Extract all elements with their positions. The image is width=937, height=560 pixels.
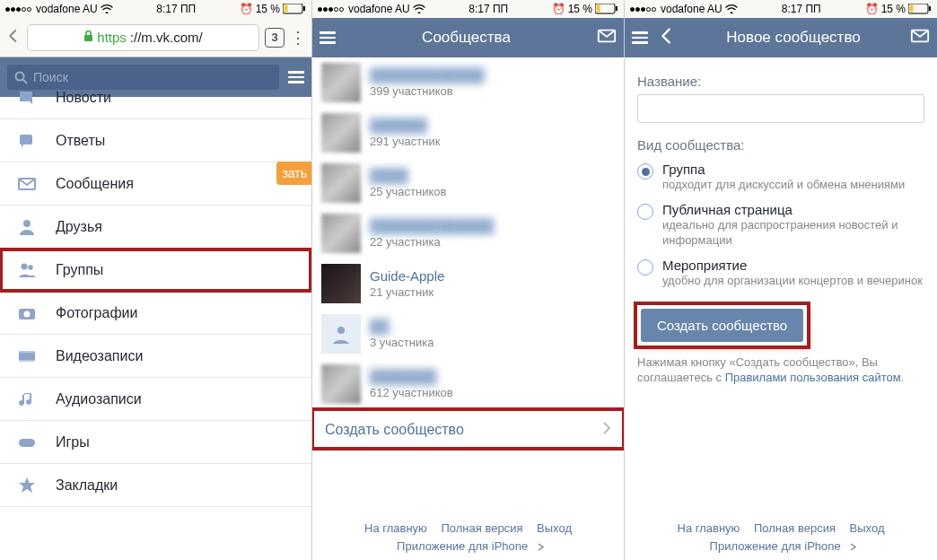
option-title: Мероприятие: [662, 258, 923, 273]
footer-full-link[interactable]: Полная версия: [754, 521, 836, 535]
battery-label: 15 %: [568, 3, 592, 15]
svg-rect-16: [19, 439, 35, 447]
signal-strength-icon: [5, 7, 31, 12]
menu-item-replies[interactable]: Ответы: [0, 119, 311, 162]
wifi-icon: [413, 3, 425, 16]
photos-icon: [16, 303, 38, 323]
svg-rect-19: [616, 6, 617, 11]
page-title: Сообщества: [345, 29, 588, 47]
signal-strength-icon: [318, 7, 344, 12]
community-row[interactable]: ███████ 612 участников: [312, 359, 624, 409]
carrier-label: vodafone AU: [36, 3, 98, 15]
footer-home-link[interactable]: На главную: [678, 521, 740, 535]
community-row[interactable]: █████████████ 22 участника: [312, 208, 624, 258]
left-pane: vodafone AU 8:17 ПП ⏰ 15 % https://m.vk.…: [0, 0, 312, 560]
create-community-button[interactable]: Создать сообщество: [641, 309, 803, 342]
search-input[interactable]: Поиск: [7, 65, 279, 90]
menu-item-bookmarks[interactable]: Закладки: [0, 464, 311, 507]
menu-label: Видеозаписи: [56, 348, 143, 364]
avatar: [321, 214, 361, 253]
side-orange-badge[interactable]: зать: [276, 162, 312, 185]
option-desc: идеально для распространения новостей и …: [662, 218, 924, 249]
replies-icon: [16, 131, 38, 151]
menu-label: Друзья: [56, 219, 102, 235]
community-row[interactable]: ██████ 291 участник: [312, 108, 624, 158]
chevron-right-icon: [849, 543, 857, 551]
type-option-public[interactable]: Публичная страница идеально для распрост…: [637, 202, 924, 249]
terms-link[interactable]: Правилами пользования сайтом: [725, 371, 901, 384]
menu-label: Фотографии: [56, 305, 137, 321]
svg-rect-15: [19, 360, 35, 362]
menu-item-photos[interactable]: Фотографии: [0, 292, 311, 335]
radio-icon: [637, 259, 653, 276]
community-name: █████████████: [370, 218, 494, 233]
community-row[interactable]: ████████████ 399 участников: [312, 57, 624, 108]
hamburger-icon[interactable]: [320, 31, 336, 44]
menu-item-videos[interactable]: Видеозаписи: [0, 335, 311, 378]
wifi-icon: [101, 3, 113, 16]
tabs-button[interactable]: 3: [265, 28, 285, 48]
create-community-form: Название: Вид сообщества: Группа подходи…: [625, 57, 937, 386]
footer-app-link[interactable]: Приложение для iPhone: [710, 539, 841, 553]
middle-pane: vodafone AU 8:17 ПП ⏰ 15 % Сообщества ██…: [312, 0, 625, 560]
svg-point-21: [337, 327, 345, 334]
menu-item-games[interactable]: Игры: [0, 421, 311, 464]
chevron-right-icon: [537, 543, 545, 551]
menu-item-friends[interactable]: Друзья: [0, 206, 311, 249]
community-row[interactable]: ████ 25 участников: [312, 158, 624, 208]
mail-icon[interactable]: [597, 26, 617, 49]
svg-rect-6: [20, 135, 32, 144]
svg-rect-24: [929, 6, 931, 11]
avatar: [321, 63, 361, 102]
footer-full-link[interactable]: Полная версия: [441, 521, 522, 535]
videos-icon: [16, 346, 38, 366]
create-community-link[interactable]: Создать сообщество: [312, 409, 624, 449]
community-subcount: 612 участников: [370, 386, 453, 399]
url-field[interactable]: https://m.vk.com/: [27, 24, 259, 51]
clock-label: 8:17 ПП: [156, 3, 196, 15]
type-option-event[interactable]: Мероприятие удобно для организации конце…: [637, 258, 924, 289]
mail-icon[interactable]: [910, 26, 930, 49]
browser-back-button[interactable]: [5, 28, 22, 48]
menu-label: Группы: [56, 262, 103, 278]
option-title: Группа: [662, 162, 905, 177]
games-icon: [16, 433, 38, 452]
footer-home-link[interactable]: На главную: [364, 521, 427, 535]
option-title: Публичная страница: [662, 202, 924, 217]
menu-label: Ответы: [56, 133, 105, 149]
menu-item-groups[interactable]: Группы: [0, 249, 311, 292]
svg-point-12: [24, 311, 31, 317]
groups-icon: [16, 260, 38, 280]
community-name: Guide-Apple: [370, 268, 444, 284]
url-scheme: https: [97, 30, 127, 45]
type-option-group[interactable]: Группа подходит для дискуссий и обмена м…: [637, 162, 924, 193]
community-row[interactable]: ██ 3 участника: [312, 309, 624, 359]
browser-menu-button[interactable]: ⋮: [290, 28, 306, 48]
community-row[interactable]: Guide-Apple 21 участник: [312, 258, 624, 309]
menu-item-audio[interactable]: Аудиозаписи: [0, 378, 311, 421]
footer-app-link[interactable]: Приложение для iPhone: [397, 539, 528, 553]
messages-icon: [16, 174, 38, 194]
menu-item-messages[interactable]: Сообщения: [0, 162, 311, 206]
community-name: ████████████: [370, 67, 485, 83]
footer-exit-link[interactable]: Выход: [537, 521, 572, 535]
hamburger-icon[interactable]: [288, 71, 304, 83]
alarm-icon: ⏰: [552, 3, 565, 15]
community-name: ███████: [370, 369, 453, 384]
svg-point-10: [28, 265, 33, 270]
back-button[interactable]: [657, 26, 677, 49]
sidebar-menu: Новости Ответы Сообщения Друзья Группы Ф…: [0, 76, 311, 507]
alarm-icon: ⏰: [865, 3, 879, 15]
option-desc: удобно для организации концертов и вечер…: [662, 274, 923, 289]
hamburger-icon[interactable]: [632, 31, 648, 44]
svg-rect-18: [597, 5, 600, 13]
battery-icon: [283, 4, 306, 14]
footer-exit-link[interactable]: Выход: [850, 521, 885, 535]
footer: На главную Полная версия Выход Приложени…: [312, 520, 624, 555]
svg-point-9: [22, 263, 28, 269]
battery-icon: [595, 4, 618, 14]
community-name-input[interactable]: [637, 94, 924, 123]
url-domain: ://m.vk.com/: [130, 30, 203, 45]
audio-icon: [16, 389, 38, 409]
type-label: Вид сообщества:: [637, 137, 924, 153]
